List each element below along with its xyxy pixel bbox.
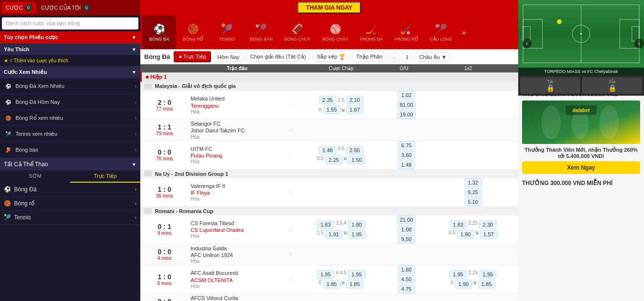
sub-tab-som[interactable]: SỚM — [0, 171, 70, 183]
x1-afc[interactable]: 1.60 — [398, 265, 415, 274]
sidebar-item-bong-ro-xem-nhieu[interactable]: 🏀 Bóng Rổ xem nhiều › — [0, 110, 140, 126]
x3-melaka[interactable]: 19.00 — [397, 110, 416, 119]
next-arrow[interactable]: › — [634, 39, 644, 48]
time-selangor: 79 mins — [156, 131, 173, 136]
sport-cau-long[interactable]: 🏸 CẦU LÔNG — [424, 15, 458, 49]
away-foresta[interactable]: 1.80 — [348, 220, 365, 229]
over2-foresta[interactable]: 1.90 — [457, 230, 474, 239]
chau-au-btn[interactable]: Châu Âu ▼ — [415, 52, 451, 62]
u-melaka: u — [342, 107, 345, 113]
under2-afc[interactable]: 1.85 — [478, 280, 495, 288]
tai-btn[interactable]: Tài 🔒 — [520, 77, 580, 94]
yeu-thich-header[interactable]: Yêu Thích ▼ — [0, 43, 140, 55]
x3-uitm[interactable]: 1.48 — [398, 160, 415, 169]
under-foresta[interactable]: 1.95 — [348, 230, 365, 239]
sidebar-sport-bong-da[interactable]: ⚽ Bóng Đá › — [0, 183, 140, 197]
team1-afc: AFC Asalt Bucuresti — [191, 270, 284, 276]
one-btn[interactable]: 1 — [401, 52, 413, 62]
sport-bong-ro[interactable]: 🏀 BÓNG RỔ — [176, 15, 210, 49]
x3-valerenga[interactable]: 5.10 — [464, 198, 482, 206]
truc-tiep-btn[interactable]: ● Trực Tiếp — [174, 51, 211, 62]
x1-uitm[interactable]: 6.75 — [398, 141, 415, 150]
sport-bong-da[interactable]: ⚽ BÓNG ĐÁ — [142, 15, 176, 49]
star-foresta[interactable]: ☆ — [285, 226, 295, 233]
sub-tabs: SỚM Trực Tiếp — [0, 171, 140, 183]
sport-bong-chay[interactable]: ⚾ BÓNG CHÀY — [316, 15, 354, 49]
draw-foresta: Hòa — [191, 233, 284, 239]
under2-foresta[interactable]: 1.57 — [480, 230, 497, 239]
cuoc-xem-nhieu-header[interactable]: Cước Xem Nhiều ▼ — [0, 66, 140, 78]
star-melaka[interactable]: ☆ — [285, 101, 295, 108]
over-afc[interactable]: 1.85 — [323, 280, 341, 288]
star-afc[interactable]: ☆ — [285, 276, 295, 283]
sidebar-sport-tennis[interactable]: 🎾 Tennis › — [0, 211, 140, 225]
sidebar-item-tennis-xem-nhieu[interactable]: 🎾 Tennis xem nhiều › — [0, 126, 140, 142]
sub-tab-truc-tiep[interactable]: Trực Tiếp — [70, 171, 140, 183]
chap2-home-afc[interactable]: 1.95 — [449, 270, 467, 279]
x2-valerenga[interactable]: 9.25 — [464, 188, 482, 197]
x2-melaka[interactable]: 81.00 — [397, 100, 416, 109]
x3-afc[interactable]: 4.75 — [398, 285, 415, 293]
sports-more-btn[interactable]: » — [458, 29, 470, 36]
xiu-btn[interactable]: Xỉu 🔒 — [582, 77, 642, 94]
star-valerenga[interactable]: ☆ — [285, 189, 295, 196]
sidebar-item-bong-da-xem-nhieu[interactable]: ⚽ Bóng Đá Xem Nhiều › — [0, 78, 140, 94]
x2-foresta[interactable]: 1.08 — [398, 225, 415, 234]
my-bet-tab[interactable]: CƯỢC CỦA TÔI 0 — [37, 2, 94, 14]
x3-foresta[interactable]: 9.50 — [398, 235, 415, 244]
chon-giai-dau-btn[interactable]: Chọn giải đấu (Tất Cả) — [246, 52, 311, 62]
sap-xep-btn[interactable]: Sắp xếp 🏆 — [313, 52, 350, 62]
sidebar-item-bong-ban[interactable]: 🏓 Bóng bàn › — [0, 142, 140, 158]
home-afc[interactable]: 1.95 — [317, 270, 334, 279]
cuoc-label: CƯỢC — [6, 5, 23, 11]
xem-ngay-btn-1[interactable]: Xem Ngay — [522, 161, 640, 174]
teams-industria: Industria Galda AFC Unilron 1924 Hòa — [189, 244, 285, 265]
over-uitm[interactable]: 2.25 — [325, 156, 343, 164]
sport-frong-ro[interactable]: 🏑 FRÓNG RỔ — [389, 15, 424, 49]
dash-btn[interactable]: - — [389, 52, 400, 62]
chap2-away-afc[interactable]: 1.95 — [479, 270, 496, 279]
ou2-label-afc: 0 — [450, 280, 453, 288]
sport-bong-chuy[interactable]: 🏈 BÓNG CHUY — [279, 15, 317, 49]
sport-bong-ban[interactable]: 🏸 BÓNG BÀN — [244, 15, 279, 49]
sidebar-sport-bong-ro[interactable]: 🏀 Bóng rổ › — [0, 197, 140, 211]
x2-afc[interactable]: 4.50 — [398, 275, 415, 284]
odds-home-melaka[interactable]: 2.35 — [319, 96, 336, 104]
under-uitm[interactable]: 1.50 — [348, 156, 365, 164]
x1-foresta[interactable]: 21.00 — [397, 215, 416, 224]
sidebar-item-bong-da-hom-nay[interactable]: ⚽ Bóng Đá Hôm Nay › — [0, 94, 140, 110]
cuoc-tab[interactable]: CƯỢC 0 — [2, 2, 36, 14]
odds-under-melaka[interactable]: 1.67 — [346, 105, 363, 114]
x2-uitm[interactable]: 3.60 — [398, 151, 415, 159]
tuy-chon-header[interactable]: Tùy chọn Phiếu cược ▼ — [0, 31, 140, 43]
under-afc[interactable]: 1.85 — [346, 280, 363, 288]
away-afc[interactable]: 1.95 — [348, 270, 365, 279]
odds-away-melaka[interactable]: 2.10 — [346, 96, 363, 104]
star-uitm[interactable]: ☆ — [285, 152, 295, 158]
star-selangor[interactable]: ☆ — [285, 127, 295, 133]
home-foresta[interactable]: 1.83 — [317, 220, 334, 229]
left-sidebar: CƯỢC 0 CƯỢC CỦA TÔI 0 Danh sách cược của… — [0, 0, 140, 301]
odds-home-uitm[interactable]: 1.48 — [319, 146, 336, 155]
soccer-icon-2: ⚽ — [4, 98, 13, 106]
hom-nay-btn[interactable]: Hôm Nay — [213, 52, 244, 62]
tham-gia-ngay-button[interactable]: THAM GIA NGAY — [298, 2, 361, 14]
over-foresta[interactable]: 1.91 — [325, 230, 343, 239]
over2-afc[interactable]: 1.90 — [455, 280, 472, 288]
sport-frong-da[interactable]: 🏒 FRÓNG ĐÁ — [354, 15, 389, 49]
chap2-home-foresta[interactable]: 1.83 — [449, 220, 467, 229]
x1-valerenga[interactable]: 1.32 — [464, 178, 482, 187]
odds-uitm: 1.48 0.5 2.55 0.5 2.25 u 1.50 — [295, 146, 387, 164]
sport-bong-chay-label: BÓNG CHÀY — [322, 37, 348, 42]
odds-away-uitm[interactable]: 2.55 — [346, 146, 363, 155]
sport-tennis[interactable]: 🎾 TENNIS — [210, 15, 244, 49]
star-industria[interactable]: ☆ — [285, 251, 295, 258]
x1-melaka[interactable]: 1.02 — [398, 91, 415, 100]
match-score-industria: 0 : 0 4 mins — [140, 247, 189, 262]
chap2-away-foresta[interactable]: 2.30 — [479, 220, 496, 229]
ou-label-foresta: 1.5 — [317, 230, 324, 239]
xiu-icon: 🔒 — [584, 84, 640, 92]
prev-arrow[interactable]: ‹ — [522, 39, 532, 48]
odds-over-melaka[interactable]: 1.55 — [323, 105, 341, 114]
thap-phan-btn[interactable]: Thập Phân — [352, 52, 387, 62]
